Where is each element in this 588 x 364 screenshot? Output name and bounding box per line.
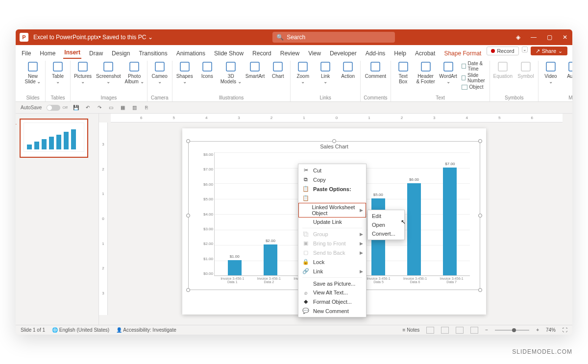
close-button[interactable]: ✕ [562,34,568,41]
tab-animations[interactable]: Animations [175,48,206,59]
qat-icon-3[interactable]: ▥ [131,104,138,111]
group-label: Images [100,94,117,101]
normal-view-button[interactable] [426,327,434,334]
tab-add-ins[interactable]: Add-ins [365,48,387,59]
ribbon-table-button[interactable]: Table ⌄ [49,61,67,84]
svg-rect-6 [180,62,189,71]
tab-file[interactable]: File [21,48,32,59]
resize-handle-w[interactable] [186,214,190,218]
svg-rect-8 [226,62,235,71]
slideshow-view-button[interactable] [470,327,478,334]
ribbon-slide-number-button[interactable]: Slide Number [462,73,487,83]
ctx-view-alt-text-[interactable]: ⌕View Alt Text... [298,288,366,297]
tab-home[interactable]: Home [39,48,56,59]
share-button[interactable]: ↗Share⌄ [531,47,567,55]
ribbon-audio-button[interactable]: Audio ⌄ [564,61,572,84]
ctx-sub-convert-[interactable]: Convert... [368,229,404,238]
ribbon-wordart-button[interactable]: WordArt ⌄ [439,61,458,84]
redo-icon[interactable]: ↷ [96,104,103,111]
ctx-new-comment[interactable]: 💬New Comment [298,306,366,315]
resize-handle-e[interactable] [478,214,482,218]
ribbon-shapes-button[interactable]: Shapes ⌄ [175,61,194,84]
ribbon-chart-button[interactable]: Chart [269,61,287,79]
ribbon-icons-button[interactable]: Icons [198,61,217,79]
ctx-sub-open[interactable]: Open [368,220,404,229]
paste-option-keep-source[interactable]: 📋 [298,194,366,203]
ribbon-action-button[interactable]: Action [339,61,357,79]
ctx-linked-worksheet-object[interactable]: Linked Worksheet Object▶ [298,203,366,218]
ribbon-cameo-button[interactable]: Cameo ⌄ [150,61,169,84]
tab-view[interactable]: View [307,48,322,59]
qat-icon-1[interactable]: ▭ [108,104,115,111]
zoom-level[interactable]: 74% [546,327,556,333]
undo-icon[interactable]: ↶ [84,104,91,111]
ctx-format-object-[interactable]: ◆Format Object... [298,297,366,306]
ribbon-object-button[interactable]: Object [462,84,487,90]
reading-view-button[interactable] [456,327,464,334]
qat-icon-4[interactable]: ⎘ [143,104,150,111]
tab-record[interactable]: Record [251,48,272,59]
premium-icon[interactable]: ◈ [514,34,521,41]
ribbon-symbol-button[interactable]: Symbol [516,61,535,79]
tab-insert[interactable]: Insert [63,47,81,59]
resize-handle-ne[interactable] [478,139,482,143]
ribbon-options-button[interactable]: ⌄ [522,47,528,52]
tab-help[interactable]: Help [393,48,407,59]
ribbon--d-button[interactable]: 3D Models ⌄ [220,61,242,84]
ctx-sub-edit[interactable]: Edit [368,212,404,220]
accessibility-status[interactable]: 👤 Accessibility: Investigate [116,327,176,333]
tab-shape-format[interactable]: Shape Format [443,48,482,59]
zoom-out-button[interactable]: − [485,327,488,333]
ctx-update-link[interactable]: Update Link [298,218,366,226]
ctx-cut[interactable]: ✂Cut [298,166,366,175]
resize-handle-n[interactable] [332,139,336,143]
notes-button[interactable]: ≡ Notes [403,327,420,333]
ribbon-video-button[interactable]: Video ⌄ [541,61,560,84]
svg-rect-2 [78,62,87,71]
tab-draw[interactable]: Draw [88,48,104,59]
ribbon-comment-button[interactable]: Comment [365,61,386,79]
ribbon-equation-button[interactable]: Equation [493,61,512,79]
fit-window-button[interactable]: ⛶ [563,327,567,333]
record-button[interactable]: Record [487,47,518,55]
ribbon-date-time-button[interactable]: Date & Time [462,61,487,72]
ribbon-screenshot-button[interactable]: Screenshot ⌄ [96,61,121,84]
tab-transitions[interactable]: Transitions [138,48,168,59]
tab-slide-show[interactable]: Slide Show [213,48,245,59]
resize-handle-sw[interactable] [186,288,190,292]
ribbon-photo-button[interactable]: Photo Album ⌄ [125,61,144,84]
tab-acrobat[interactable]: Acrobat [414,48,436,59]
ribbon-link-button[interactable]: Link ⌄ [316,61,335,84]
zoom-slider[interactable] [495,330,529,331]
svg-rect-0 [28,62,37,71]
tab-review[interactable]: Review [279,48,300,59]
ribbon-zoom-button[interactable]: Zoom ⌄ [294,61,312,84]
save-icon[interactable]: 💾 [73,104,79,111]
autosave-toggle[interactable] [47,105,60,111]
sorter-view-button[interactable] [441,327,449,334]
ctx-lock[interactable]: 🔒Lock [298,257,366,267]
zoom-in-button[interactable]: + [536,327,539,333]
ctx-copy[interactable]: ⧉Copy [298,175,366,184]
ribbon-pictures-button[interactable]: Pictures ⌄ [74,61,92,84]
resize-handle-se[interactable] [478,288,482,292]
qat-icon-2[interactable]: ▦ [120,104,126,111]
slide-thumbnail-1[interactable]: 1 [20,119,88,158]
ribbon-text-button[interactable]: Text Box [394,61,413,84]
ribbon-header-button[interactable]: Header & Footer [416,61,435,84]
ctx-link[interactable]: 🔗Link▶ [298,267,366,276]
ribbon-new-button[interactable]: New Slide ⌄ [24,61,42,84]
title-dropdown-icon[interactable]: ⌄ [148,34,153,41]
titlebar: P Excel to PowerPoint.pptx • Saved to th… [16,29,572,45]
search-input[interactable]: 🔍 Search [272,32,395,43]
ctx-save-as-picture-[interactable]: Save as Picture... [298,279,366,288]
ribbon-smartart-button[interactable]: SmartArt [245,61,265,79]
tab-developer[interactable]: Developer [329,48,358,59]
maximize-button[interactable]: ▢ [546,34,553,41]
minimize-button[interactable]: — [530,34,537,41]
resize-handle-nw[interactable] [186,139,190,143]
chart-bar-7: $7.00 [443,168,457,275]
language-status[interactable]: 🌐 English (United States) [52,327,109,333]
screenshot-icon [102,61,114,73]
tab-design[interactable]: Design [111,48,131,59]
